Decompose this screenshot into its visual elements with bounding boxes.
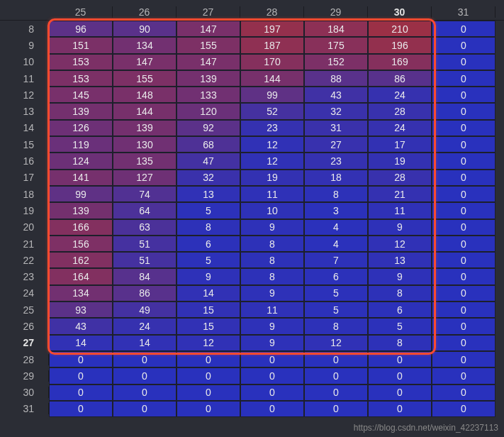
cell[interactable]: 8 [240, 268, 304, 284]
cell[interactable]: 139 [113, 120, 177, 136]
cell[interactable]: 0 [113, 385, 177, 401]
cell[interactable]: 0 [432, 351, 495, 367]
cell[interactable]: 0 [304, 351, 368, 367]
cell[interactable]: 0 [432, 70, 495, 87]
cell[interactable]: 9 [240, 318, 304, 334]
row-header[interactable]: 31 [0, 403, 49, 414]
cell[interactable]: 28 [368, 103, 432, 119]
cell[interactable]: 52 [240, 103, 304, 119]
cell[interactable]: 170 [240, 54, 304, 70]
cell[interactable]: 148 [113, 87, 177, 103]
row-header[interactable]: 23 [0, 271, 49, 282]
col-header[interactable]: 27 [177, 6, 240, 18]
cell[interactable]: 24 [113, 318, 177, 334]
cell[interactable]: 5 [368, 318, 432, 334]
cell[interactable]: 92 [177, 120, 240, 136]
cell[interactable]: 13 [368, 252, 432, 268]
cell[interactable]: 134 [49, 285, 113, 302]
cell[interactable]: 14 [177, 285, 240, 302]
cell[interactable]: 162 [49, 252, 113, 268]
cell[interactable]: 7 [304, 252, 368, 268]
cell[interactable]: 14 [49, 335, 113, 351]
row-header[interactable]: 17 [0, 172, 49, 183]
cell[interactable]: 0 [177, 385, 240, 401]
cell[interactable]: 0 [368, 401, 432, 417]
cell[interactable]: 8 [304, 186, 368, 202]
cell[interactable]: 51 [113, 236, 177, 252]
cell[interactable]: 0 [432, 219, 495, 236]
cell[interactable]: 0 [49, 367, 113, 384]
cell[interactable]: 0 [432, 335, 495, 351]
cell[interactable]: 88 [304, 70, 368, 87]
cell[interactable]: 0 [432, 103, 495, 119]
cell[interactable]: 6 [177, 236, 240, 252]
cell[interactable]: 0 [432, 252, 495, 268]
cell[interactable]: 12 [304, 335, 368, 351]
cell[interactable]: 0 [113, 401, 177, 417]
cell[interactable]: 0 [368, 351, 432, 367]
cell[interactable]: 187 [240, 37, 304, 53]
col-header[interactable]: 26 [113, 6, 177, 18]
cell[interactable]: 0 [49, 401, 113, 417]
cell[interactable]: 210 [368, 21, 432, 37]
cell[interactable]: 74 [113, 186, 177, 202]
cell[interactable]: 21 [368, 186, 432, 202]
row-header[interactable]: 9 [0, 40, 49, 51]
cell[interactable]: 133 [177, 87, 240, 103]
cell[interactable]: 90 [113, 21, 177, 37]
cell[interactable]: 8 [240, 252, 304, 268]
cell[interactable]: 8 [368, 285, 432, 302]
row-header[interactable]: 25 [0, 304, 49, 316]
cell[interactable]: 0 [432, 302, 495, 318]
cell[interactable]: 151 [49, 37, 113, 53]
row-header[interactable]: 12 [0, 89, 49, 101]
cell[interactable]: 86 [368, 70, 432, 87]
cell[interactable]: 175 [304, 37, 368, 53]
cell[interactable]: 12 [240, 153, 304, 169]
cell[interactable]: 99 [240, 87, 304, 103]
cell[interactable]: 0 [432, 236, 495, 252]
cell[interactable]: 0 [432, 37, 495, 53]
cell[interactable]: 155 [113, 70, 177, 87]
cell[interactable]: 86 [113, 285, 177, 302]
cell[interactable]: 120 [177, 103, 240, 119]
cell[interactable]: 169 [368, 54, 432, 70]
cell[interactable]: 5 [177, 202, 240, 218]
cell[interactable]: 0 [240, 401, 304, 417]
row-header[interactable]: 10 [0, 56, 49, 67]
cell[interactable]: 13 [177, 186, 240, 202]
cell[interactable]: 164 [49, 268, 113, 284]
cell[interactable]: 15 [177, 318, 240, 334]
cell[interactable]: 0 [177, 367, 240, 384]
row-header[interactable]: 26 [0, 321, 49, 332]
cell[interactable]: 0 [368, 367, 432, 384]
cell[interactable]: 14 [113, 335, 177, 351]
row-header[interactable]: 28 [0, 354, 49, 365]
cell[interactable]: 0 [49, 385, 113, 401]
cell[interactable]: 124 [49, 153, 113, 169]
cell[interactable]: 19 [240, 170, 304, 186]
cell[interactable]: 93 [49, 302, 113, 318]
cell[interactable]: 0 [432, 318, 495, 334]
row-header[interactable]: 24 [0, 287, 49, 299]
row-header[interactable]: 11 [0, 73, 49, 84]
cell[interactable]: 184 [304, 21, 368, 37]
cell[interactable]: 12 [240, 136, 304, 153]
cell[interactable]: 144 [113, 103, 177, 119]
cell[interactable]: 8 [240, 236, 304, 252]
cell[interactable]: 155 [177, 37, 240, 53]
cell[interactable]: 0 [432, 87, 495, 103]
cell[interactable]: 144 [240, 70, 304, 87]
col-header[interactable]: 28 [240, 6, 304, 18]
cell[interactable]: 9 [240, 219, 304, 236]
cell[interactable]: 9 [240, 285, 304, 302]
cell[interactable]: 84 [113, 268, 177, 284]
cell[interactable]: 12 [177, 335, 240, 351]
cell[interactable]: 28 [368, 170, 432, 186]
cell[interactable]: 0 [432, 268, 495, 284]
cell[interactable]: 153 [49, 54, 113, 70]
cell[interactable]: 134 [113, 37, 177, 53]
cell[interactable]: 153 [49, 70, 113, 87]
cell[interactable]: 0 [240, 351, 304, 367]
cell[interactable]: 10 [240, 202, 304, 218]
